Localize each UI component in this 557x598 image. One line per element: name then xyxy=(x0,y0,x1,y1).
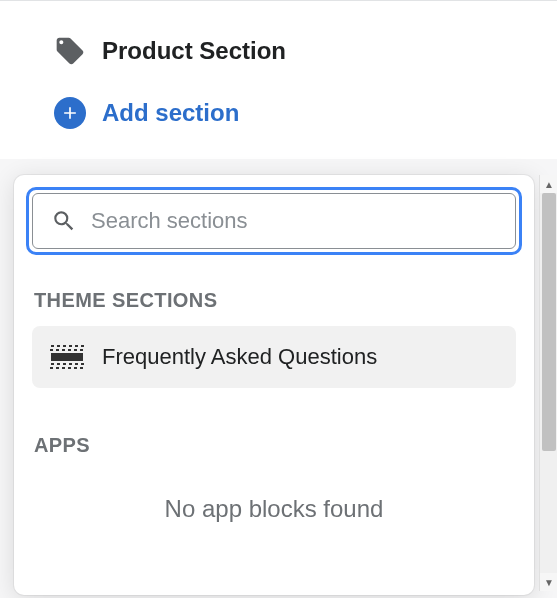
section-row-product[interactable]: Product Section xyxy=(0,23,557,79)
add-section-label: Add section xyxy=(102,99,239,127)
group-heading-theme: THEME SECTIONS xyxy=(26,255,522,326)
svg-rect-1 xyxy=(51,353,83,361)
sidebar-sections: Product Section Add section xyxy=(0,0,557,159)
apps-empty-message: No app blocks found xyxy=(26,495,522,533)
svg-rect-0 xyxy=(51,346,83,350)
scrollbar-track[interactable]: ▲ ▼ xyxy=(539,175,557,591)
add-section-button[interactable]: Add section xyxy=(0,79,557,141)
scrollbar-thumb[interactable] xyxy=(542,193,556,451)
search-input[interactable] xyxy=(91,208,497,234)
plus-circle-icon xyxy=(54,97,86,129)
search-wrap xyxy=(26,187,522,255)
scroll-down-arrow-icon[interactable]: ▼ xyxy=(540,573,557,591)
picker-item-faq[interactable]: Frequently Asked Questions xyxy=(32,326,516,388)
section-picker-panel: THEME SECTIONS Frequently Asked Question… xyxy=(14,175,534,595)
section-block-icon xyxy=(50,345,84,369)
search-icon xyxy=(51,208,77,234)
picker-item-label: Frequently Asked Questions xyxy=(102,344,377,370)
search-inner xyxy=(32,193,516,249)
price-tag-icon xyxy=(54,35,86,67)
scroll-up-arrow-icon[interactable]: ▲ xyxy=(540,175,557,193)
group-heading-apps: APPS xyxy=(26,388,522,495)
svg-rect-2 xyxy=(51,364,83,368)
section-row-label: Product Section xyxy=(102,37,286,65)
